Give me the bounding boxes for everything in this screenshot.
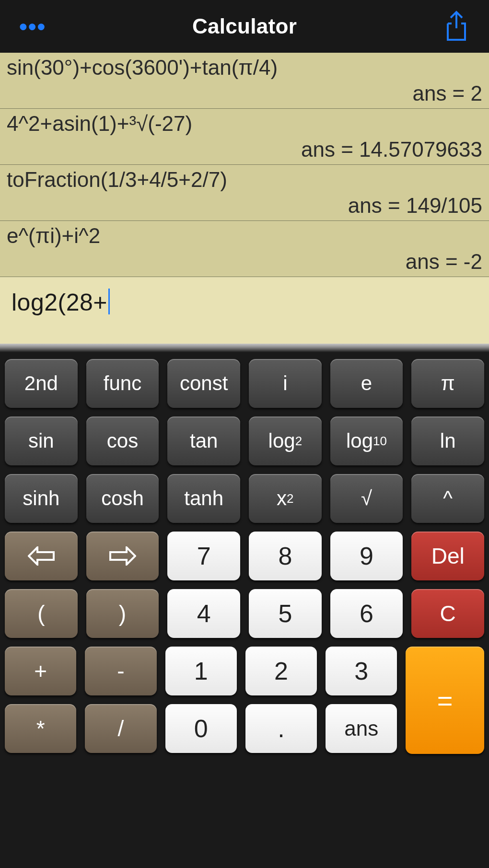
divider	[0, 344, 489, 352]
key-pow[interactable]: ^	[411, 474, 484, 523]
key-divide[interactable]: /	[85, 704, 156, 753]
key-equals[interactable]: =	[406, 647, 484, 754]
key-i[interactable]: i	[249, 359, 322, 408]
key-6[interactable]: 6	[330, 589, 403, 638]
history-ans: ans = 2	[7, 81, 482, 105]
history-row[interactable]: e^(πi)+i^2 ans = -2	[0, 221, 489, 277]
key-e[interactable]: e	[330, 359, 403, 408]
key-dot[interactable]: .	[245, 704, 317, 753]
key-clear[interactable]: C	[411, 589, 484, 638]
key-sin[interactable]: sin	[5, 417, 78, 465]
page-title: Calculator	[58, 14, 431, 38]
key-7[interactable]: 7	[167, 532, 240, 580]
expression-text: log2(28+	[12, 289, 107, 316]
history-ans: ans = 14.57079633	[7, 138, 482, 162]
key-multiply[interactable]: *	[5, 704, 76, 753]
key-0[interactable]: 0	[165, 704, 237, 753]
key-cosh[interactable]: cosh	[86, 474, 159, 523]
key-log10[interactable]: log10	[330, 417, 403, 465]
key-cos[interactable]: cos	[86, 417, 159, 465]
key-1[interactable]: 1	[165, 647, 237, 695]
history-row[interactable]: sin(30°)+cos(3600')+tan(π/4) ans = 2	[0, 53, 489, 109]
key-2[interactable]: 2	[245, 647, 317, 695]
key-ln[interactable]: ln	[411, 417, 484, 465]
expression-input[interactable]: log2(28+	[0, 277, 489, 344]
key-sqrt[interactable]: √	[330, 474, 403, 523]
key-del[interactable]: Del	[411, 532, 484, 580]
history-expr: toFraction(1/3+4/5+2/7)	[7, 168, 482, 192]
history-expr: sin(30°)+cos(3600')+tan(π/4)	[7, 56, 482, 80]
arrow-right-icon	[109, 546, 136, 566]
key-log2[interactable]: log2	[249, 417, 322, 465]
key-const[interactable]: const	[167, 359, 240, 408]
arrow-left-icon	[28, 546, 55, 566]
history-expr: 4^2+asin(1)+³√(-27)	[7, 112, 482, 136]
key-plus[interactable]: +	[5, 647, 76, 695]
history-expr: e^(πi)+i^2	[7, 224, 482, 248]
history-row[interactable]: toFraction(1/3+4/5+2/7) ans = 149/105	[0, 165, 489, 221]
cursor-icon	[108, 289, 110, 314]
history-ans: ans = 149/105	[7, 194, 482, 218]
history-ans: ans = -2	[7, 250, 482, 274]
share-button[interactable]	[431, 10, 470, 43]
history-list: sin(30°)+cos(3600')+tan(π/4) ans = 2 4^2…	[0, 53, 489, 277]
keypad: 2nd func const i e π sin cos tan log2 lo…	[0, 352, 489, 868]
more-menu-button[interactable]: •••	[19, 13, 58, 40]
key-lparen[interactable]: (	[5, 589, 78, 638]
key-minus[interactable]: -	[85, 647, 156, 695]
key-pi[interactable]: π	[411, 359, 484, 408]
key-3[interactable]: 3	[326, 647, 397, 695]
key-tan[interactable]: tan	[167, 417, 240, 465]
key-x2[interactable]: x2	[249, 474, 322, 523]
key-tanh[interactable]: tanh	[167, 474, 240, 523]
key-cursor-right[interactable]	[86, 532, 159, 580]
key-5[interactable]: 5	[249, 589, 322, 638]
key-sinh[interactable]: sinh	[5, 474, 78, 523]
key-9[interactable]: 9	[330, 532, 403, 580]
history-row[interactable]: 4^2+asin(1)+³√(-27) ans = 14.57079633	[0, 109, 489, 165]
share-icon	[443, 10, 470, 43]
key-cursor-left[interactable]	[5, 532, 78, 580]
key-ans[interactable]: ans	[326, 704, 397, 753]
key-2nd[interactable]: 2nd	[5, 359, 78, 408]
key-8[interactable]: 8	[249, 532, 322, 580]
key-func[interactable]: func	[86, 359, 159, 408]
key-rparen[interactable]: )	[86, 589, 159, 638]
key-4[interactable]: 4	[167, 589, 240, 638]
